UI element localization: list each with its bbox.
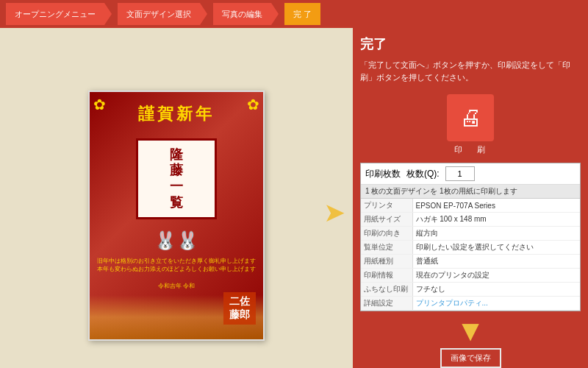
print-icon-area: 🖨 印 刷 <box>360 94 581 155</box>
setting-row-papersize: 用紙サイズ ハガキ 100 x 148 mm <box>361 213 580 227</box>
setting-row-detail: 詳細設定 プリンタプロパティ... <box>361 297 580 311</box>
print-button[interactable]: 🖨 <box>447 94 494 141</box>
card-title: 謹賀新年 <box>90 92 263 125</box>
print-count-label: 印刷枚数 <box>365 168 401 180</box>
panel-description: 「完了して文面へ」ボタンを押すか、印刷設定をして「印刷」ボタンを押してください。 <box>360 59 581 83</box>
nav-step-photo-label: 写真の編集 <box>222 9 262 20</box>
nav-step-complete[interactable]: 完 了 <box>284 3 320 25</box>
setting-key-papersize: 用紙サイズ <box>361 213 412 227</box>
setting-key-printer: プリンタ <box>361 199 412 213</box>
card-preview: ✿ ✿ 謹賀新年 隆藤一覧 🐰🐰 旧年中は格別のお引き立てをいただき厚く御礼申し… <box>88 91 265 341</box>
preview-area: ✿ ✿ 謹賀新年 隆藤一覧 🐰🐰 旧年中は格別のお引き立てをいただき厚く御礼申し… <box>0 28 353 368</box>
section-header: 1 枚の文面デザインを 1枚の用紙に印刷します <box>361 185 580 199</box>
setting-val-quality: 印刷したい設定を選択してください <box>412 241 580 255</box>
card-stamp-text: 隆藤一覧 <box>170 147 183 210</box>
setting-key-detail: 詳細設定 <box>361 297 412 311</box>
setting-val-printinfo: 現在のプリンタの設定 <box>412 269 580 283</box>
nav-step-design-box[interactable]: 文面デザイン選択 <box>118 3 200 25</box>
card-stamp: 隆藤一覧 <box>136 138 217 219</box>
nav-step-complete-box[interactable]: 完 了 <box>284 3 320 25</box>
setting-val-papersize: ハガキ 100 x 148 mm <box>412 213 580 227</box>
top-navigation: オープニングメニュー 文面デザイン選択 写真の編集 完 了 <box>0 0 588 28</box>
nav-step-opening-box[interactable]: オープニングメニュー <box>6 3 104 25</box>
panel-title: 完了 <box>360 35 581 53</box>
nav-step-photo[interactable]: 写真の編集 <box>213 3 271 25</box>
card-message: 旧年中は格別のお引き立てをいただき厚く御礼申し上げます 本年も変わらぬお力添えの… <box>90 257 263 290</box>
settings-table-body: プリンタ EPSON EP-707A Series 用紙サイズ ハガキ 100 … <box>361 199 580 311</box>
count-input[interactable] <box>445 166 475 181</box>
setting-val-orientation: 縦方向 <box>412 227 580 241</box>
setting-key-printinfo: 印刷情報 <box>361 269 412 283</box>
right-panel: 完了 「完了して文面へ」ボタンを押すか、印刷設定をして「印刷」ボタンを押してくだ… <box>353 28 588 368</box>
nav-step-design[interactable]: 文面デザイン選択 <box>118 3 200 25</box>
setting-val-printer: EPSON EP-707A Series <box>412 199 580 213</box>
count-input-label: 枚数(Q): <box>406 168 440 180</box>
floral-decoration-left: ✿ <box>93 96 106 113</box>
bottom-area: ▼ 画像で保存 戻 る 完了して文面へ <box>360 311 581 368</box>
setting-val-detail[interactable]: プリンタプロパティ... <box>412 297 580 311</box>
nav-step-design-label: 文面デザイン選択 <box>126 9 191 20</box>
setting-val-borderless: フチなし <box>412 283 580 297</box>
save-image-button[interactable]: 画像で保存 <box>440 348 501 368</box>
setting-row-printer: プリンタ EPSON EP-707A Series <box>361 199 580 213</box>
nav-step-opening[interactable]: オープニングメニュー <box>6 3 104 25</box>
setting-row-papertype: 用紙種別 普通紙 <box>361 255 580 269</box>
nav-step-photo-box[interactable]: 写真の編集 <box>213 3 271 25</box>
arrow-right-indicator: ➤ <box>323 197 345 228</box>
setting-key-orientation: 印刷の向き <box>361 227 412 241</box>
main-content: ✿ ✿ 謹賀新年 隆藤一覧 🐰🐰 旧年中は格別のお引き立てをいただき厚く御礼申し… <box>0 28 588 368</box>
setting-row-borderless: ふちなし印刷 フチなし <box>361 283 580 297</box>
setting-key-papertype: 用紙種別 <box>361 255 412 269</box>
settings-section: 印刷枚数 枚数(Q): 1 枚の文面デザインを 1枚の用紙に印刷します プリンタ… <box>360 163 581 311</box>
card-background: ✿ ✿ 謹賀新年 隆藤一覧 🐰🐰 旧年中は格別のお引き立てをいただき厚く御礼申し… <box>90 92 263 339</box>
nav-step-complete-label: 完 了 <box>293 9 312 20</box>
floral-decoration-right: ✿ <box>247 96 259 113</box>
setting-row-printinfo: 印刷情報 現在のプリンタの設定 <box>361 269 580 283</box>
arrow-down-indicator: ▼ <box>360 316 581 345</box>
print-count-row: 印刷枚数 枚数(Q): <box>361 163 580 185</box>
nav-step-opening-label: オープニングメニュー <box>15 9 96 20</box>
settings-table: プリンタ EPSON EP-707A Series 用紙サイズ ハガキ 100 … <box>361 199 580 311</box>
card-rabbits: 🐰🐰 <box>90 230 263 251</box>
card-name: 二佐藤郎 <box>223 292 256 325</box>
print-label: 印 刷 <box>454 144 487 155</box>
setting-key-quality: 覧単位定 <box>361 241 412 255</box>
printer-icon: 🖨 <box>459 105 481 130</box>
setting-row-quality: 覧単位定 印刷したい設定を選択してください <box>361 241 580 255</box>
setting-key-borderless: ふちなし印刷 <box>361 283 412 297</box>
setting-row-orientation: 印刷の向き 縦方向 <box>361 227 580 241</box>
setting-val-papertype: 普通紙 <box>412 255 580 269</box>
